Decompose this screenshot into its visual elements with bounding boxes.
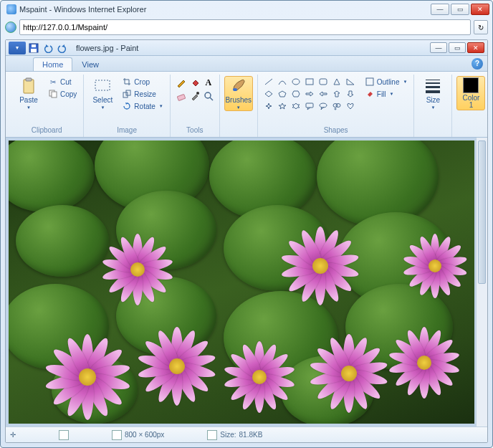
scissors-icon: ✂	[48, 77, 58, 87]
shape-triangle[interactable]	[344, 76, 357, 87]
text-tool[interactable]: A	[202, 76, 215, 89]
refresh-button[interactable]: ↻	[474, 20, 488, 34]
shape-polygon[interactable]	[330, 76, 343, 87]
ie-close-button[interactable]: ✕	[471, 4, 489, 15]
group-brushes: Brushes ▼	[220, 75, 258, 137]
paint-close-button[interactable]: ✕	[467, 42, 484, 53]
paint-app-button[interactable]: ▾	[9, 42, 26, 54]
shape-star4[interactable]	[262, 100, 275, 112]
fill-tool[interactable]	[188, 76, 201, 89]
fill-button[interactable]: Fill▼	[363, 88, 410, 100]
paint-minimize-button[interactable]: —	[430, 42, 447, 53]
shape-oval[interactable]	[289, 76, 302, 87]
shape-callout-rect[interactable]	[303, 100, 316, 112]
tab-view[interactable]: View	[72, 57, 108, 71]
shape-arrow-r[interactable]	[303, 88, 316, 100]
resize-button[interactable]: Resize	[120, 88, 165, 100]
clipboard-icon	[20, 77, 37, 95]
select-button[interactable]: Select ▼	[88, 76, 117, 111]
svg-marker-24	[266, 103, 272, 109]
chevron-down-icon: ▼	[236, 105, 241, 110]
shape-star5[interactable]	[276, 100, 289, 112]
undo-icon[interactable]	[42, 42, 54, 54]
outline-button[interactable]: Outline▼	[363, 76, 410, 87]
color1-button[interactable]: Color 1	[456, 76, 485, 110]
size-button[interactable]: Size ▼	[418, 76, 447, 111]
rotate-button[interactable]: Rotate▼	[120, 100, 165, 112]
flower	[403, 234, 467, 298]
shape-roundrect[interactable]	[317, 76, 330, 87]
shapes-label: Shapes	[324, 125, 348, 137]
svg-rect-27	[306, 103, 313, 108]
shape-arrow-d[interactable]	[344, 88, 357, 100]
svg-marker-23	[292, 91, 300, 97]
svg-point-11	[196, 92, 199, 95]
ribbon: Paste ▼ ✂Cut Copy Clipboard	[6, 72, 487, 138]
flower	[310, 334, 388, 413]
redo-icon[interactable]	[56, 42, 69, 54]
status-dimensions: 800 × 600px	[112, 430, 164, 440]
shape-line[interactable]	[262, 76, 275, 87]
magnifier-tool[interactable]	[202, 90, 215, 103]
shape-star6[interactable]	[289, 100, 302, 112]
select-icon	[94, 77, 111, 95]
cursor-icon: ✛	[10, 431, 16, 439]
image-label: Image	[117, 125, 137, 137]
svg-rect-6	[52, 92, 57, 97]
vertical-scrollbar[interactable]	[476, 138, 487, 426]
shape-curve[interactable]	[276, 76, 289, 87]
canvas[interactable]	[9, 140, 474, 424]
svg-rect-10	[177, 94, 185, 100]
picker-tool[interactable]	[188, 90, 201, 103]
color1-swatch	[463, 77, 479, 93]
shapes-gallery[interactable]	[262, 76, 357, 112]
ie-minimize-button[interactable]: —	[431, 4, 449, 15]
ie-content-area: ▾ flowers.jpg - Paint — ▭ ✕ Home View ?	[5, 39, 488, 443]
canvas-image	[9, 140, 474, 424]
shape-heart[interactable]	[344, 100, 357, 112]
svg-point-28	[320, 103, 327, 108]
ie-window: Mspaint - Windows Internet Explorer — ▭ …	[0, 0, 493, 448]
svg-rect-3	[24, 80, 34, 93]
shape-callout-cloud[interactable]	[330, 100, 343, 112]
pencil-tool[interactable]	[175, 76, 188, 89]
crop-button[interactable]: Crop	[120, 76, 165, 87]
brushes-button[interactable]: Brushes ▼	[224, 76, 253, 111]
svg-point-12	[205, 92, 211, 98]
shape-arrow-u[interactable]	[330, 88, 343, 100]
globe-icon	[5, 22, 16, 33]
status-cursor: ✛	[10, 431, 16, 439]
svg-marker-19	[334, 79, 340, 85]
clipboard-label: Clipboard	[32, 125, 62, 137]
size-icon	[424, 77, 441, 95]
fill-icon	[365, 89, 375, 99]
ie-maximize-button[interactable]: ▭	[451, 4, 469, 15]
save-icon[interactable]	[27, 42, 40, 54]
paint-title-text: flowers.jpg - Paint	[72, 44, 430, 52]
shape-pentagon[interactable]	[276, 88, 289, 100]
brush-icon	[230, 77, 247, 95]
paint-titlebar: ▾ flowers.jpg - Paint — ▭ ✕	[6, 40, 487, 56]
group-shapes: Outline▼ Fill▼ Shapes	[258, 75, 415, 137]
flower	[281, 227, 360, 305]
help-button[interactable]: ?	[472, 58, 483, 70]
eraser-tool[interactable]	[175, 90, 188, 103]
cut-button[interactable]: ✂Cut	[46, 76, 79, 87]
svg-marker-26	[292, 103, 300, 109]
svg-line-15	[265, 79, 272, 85]
copy-button[interactable]: Copy	[46, 88, 79, 100]
tab-home[interactable]: Home	[33, 57, 72, 71]
svg-marker-25	[279, 103, 286, 109]
shape-hexagon[interactable]	[289, 88, 302, 100]
paint-maximize-button[interactable]: ▭	[449, 42, 466, 53]
shape-diamond[interactable]	[262, 88, 275, 100]
paste-button[interactable]: Paste ▼	[14, 76, 43, 111]
shape-callout-oval[interactable]	[317, 100, 330, 112]
url-input[interactable]	[19, 19, 471, 35]
svg-rect-2	[32, 44, 36, 47]
svg-rect-7	[95, 80, 110, 90]
svg-rect-4	[26, 78, 32, 81]
svg-rect-18	[320, 79, 327, 85]
shape-arrow-l[interactable]	[317, 88, 330, 100]
shape-rect[interactable]	[303, 76, 316, 87]
